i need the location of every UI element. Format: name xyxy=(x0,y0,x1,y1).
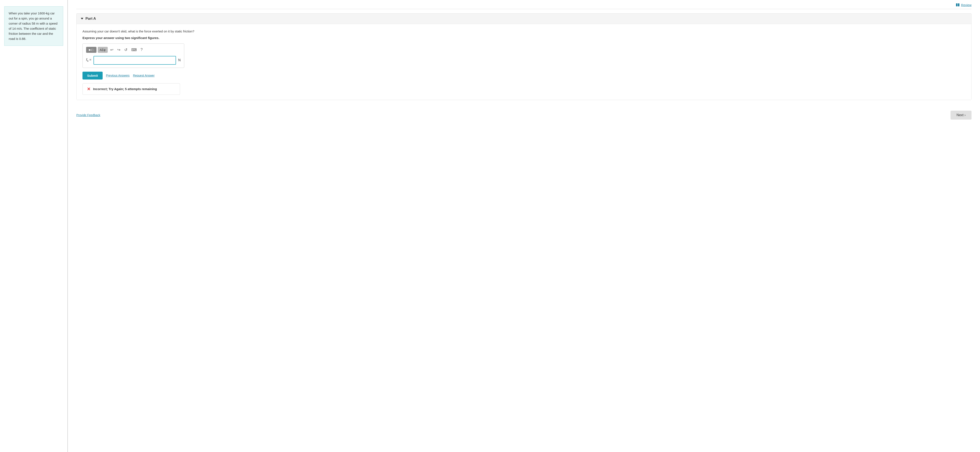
answer-input[interactable] xyxy=(94,56,176,65)
top-bar: Review xyxy=(76,0,972,9)
action-row: Submit Previous Answers Request Answer xyxy=(83,72,966,80)
bottom-bar: Provide Feedback Next › xyxy=(76,108,972,119)
reset-button[interactable]: ↺ xyxy=(123,47,129,53)
previous-answers-link[interactable]: Previous Answers xyxy=(106,74,130,77)
svg-rect-1 xyxy=(958,3,959,6)
undo-button[interactable]: ↩ xyxy=(109,47,115,53)
redo-icon: ↪ xyxy=(117,48,121,52)
unit-label: N xyxy=(178,58,181,62)
problem-text: When you take your 1600-kg car out for a… xyxy=(9,11,57,40)
math-input-row: fs = N xyxy=(86,56,181,65)
redo-button[interactable]: ↪ xyxy=(116,47,122,53)
incorrect-icon: ✕ xyxy=(87,86,91,92)
math-templates-icon: ■√□ xyxy=(89,48,94,51)
provide-feedback-link[interactable]: Provide Feedback xyxy=(76,113,100,117)
undo-icon: ↩ xyxy=(110,48,113,52)
submit-button[interactable]: Submit xyxy=(83,72,103,80)
next-button[interactable]: Next › xyxy=(951,111,972,119)
instruction-text: Express your answer using two significan… xyxy=(83,36,966,40)
math-variable-label: fs = xyxy=(86,58,91,62)
bookmark-icon xyxy=(956,3,960,7)
left-panel: When you take your 1600-kg car out for a… xyxy=(0,0,68,452)
math-editor: ■√□ AΣφ ↩ ↪ ↺ xyxy=(83,43,184,68)
greek-symbols-button[interactable]: AΣφ xyxy=(98,47,108,53)
feedback-box: ✕ Incorrect; Try Again; 5 attempts remai… xyxy=(83,83,180,95)
review-link[interactable]: Review xyxy=(956,3,972,7)
part-a-content: Assuming your car doesn't skid, what is … xyxy=(76,24,971,100)
chevron-down-icon[interactable] xyxy=(81,18,83,19)
math-templates-button[interactable]: ■√□ xyxy=(86,47,97,53)
problem-box: When you take your 1600-kg car out for a… xyxy=(4,6,63,46)
right-panel: Review Part A Assuming your car doesn't … xyxy=(68,0,980,452)
help-icon: ? xyxy=(141,48,143,52)
question-text: Assuming your car doesn't skid, what is … xyxy=(83,29,966,34)
part-a-header: Part A xyxy=(76,14,971,24)
keyboard-icon: ⌨ xyxy=(131,48,137,52)
greek-symbols-label: AΣφ xyxy=(100,48,106,51)
part-a-title: Part A xyxy=(86,16,96,21)
review-label: Review xyxy=(961,3,972,7)
math-toolbar: ■√□ AΣφ ↩ ↪ ↺ xyxy=(86,47,181,53)
svg-rect-0 xyxy=(956,3,958,6)
feedback-text: Incorrect; Try Again; 5 attempts remaini… xyxy=(93,87,157,91)
keyboard-button[interactable]: ⌨ xyxy=(130,47,138,53)
request-answer-link[interactable]: Request Answer xyxy=(133,74,154,77)
part-a-section: Part A Assuming your car doesn't skid, w… xyxy=(76,13,972,100)
help-button[interactable]: ? xyxy=(139,47,144,53)
reset-icon: ↺ xyxy=(124,48,127,52)
